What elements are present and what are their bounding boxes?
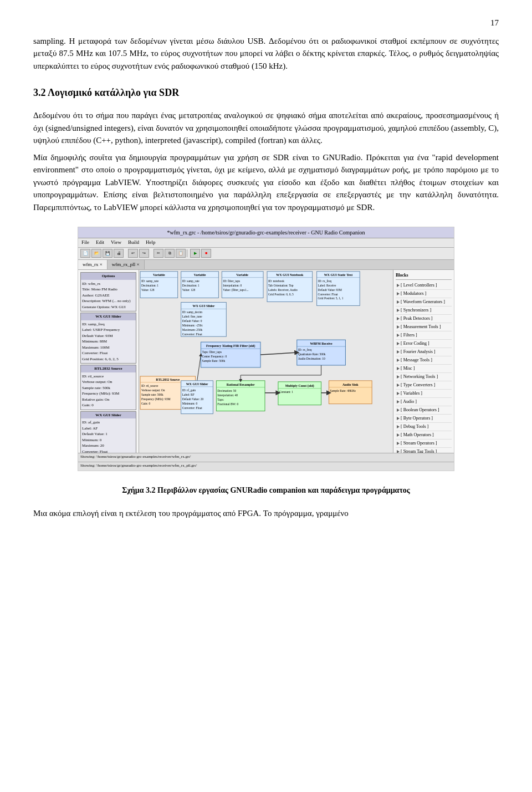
figure-tabs: wfm_rx × wfm_rx_pll × — [78, 260, 454, 270]
figure-main: Options ID: wfm_rx Title: Mono FM Radio … — [78, 270, 454, 453]
menu-view[interactable]: View — [111, 239, 121, 247]
slider-af: WX GUI Slider ID: af_gain Label: AF Defa… — [80, 411, 136, 453]
rtl-title: RTL2832 Source — [81, 365, 136, 372]
svg-text:Variable: Variable — [194, 273, 206, 277]
toolbar-btn-save[interactable]: 💾 — [103, 249, 112, 258]
block-modulators[interactable]: [ Modulators ] — [396, 290, 452, 298]
toolbar-btn-stop[interactable]: ■ — [201, 249, 211, 258]
block-waveform-gen[interactable]: [ Waveform Generators ] — [396, 298, 452, 306]
menu-build[interactable]: Build — [128, 239, 139, 247]
svg-text:Decimation: 1: Decimation: 1 — [141, 284, 158, 287]
block-synchronizers[interactable]: [ Synchronizers ] — [396, 306, 452, 315]
status-bar-2: Showing: '/home/tsiros/gr/gnuradio-grc-e… — [78, 462, 454, 471]
block-byte[interactable]: [ Byte Operators ] — [396, 415, 452, 423]
block-fourier[interactable]: [ Fourier Analysis ] — [396, 348, 452, 356]
svg-text:Value: 128: Value: 128 — [182, 288, 196, 292]
toolbar-btn-run[interactable]: ▶ — [190, 249, 200, 258]
menu-edit[interactable]: Edit — [96, 239, 104, 247]
block-level-controllers[interactable]: [ Level Controllers ] — [396, 282, 452, 290]
svg-text:Label: fine_tune: Label: fine_tune — [182, 315, 203, 318]
toolbar-btn-cut[interactable]: ✂ — [154, 249, 163, 258]
figure-center: Variable ID: samp_rate Decimation: 1 Val… — [139, 270, 393, 453]
svg-text:Audio Decimation: 10: Audio Decimation: 10 — [298, 357, 325, 360]
svg-text:Converter: Float: Converter: Float — [318, 293, 338, 296]
slider-samp-freq-title: WX GUI Slider — [81, 313, 136, 320]
figure-title-bar: *wfm_rx.grc - /home/tsiros/gr/gnuradio-g… — [78, 227, 454, 238]
tab-wfm-rx[interactable]: wfm_rx × — [78, 260, 108, 270]
svg-text:ID: rf_gain: ID: rf_gain — [182, 389, 196, 392]
svg-text:WX GUI Notebook: WX GUI Notebook — [276, 273, 304, 277]
svg-text:Labels: Receiver, Audio: Labels: Receiver, Audio — [268, 288, 298, 292]
svg-line-54 — [260, 352, 297, 355]
block-message[interactable]: [ Message Tools ] — [396, 356, 452, 365]
svg-text:Taps: filter_taps: Taps: filter_taps — [202, 350, 222, 354]
figure-caption: Σχήμα 3.2 Περιβάλλον εργασίας GNURadio c… — [72, 484, 460, 496]
toolbar-btn-paste[interactable]: 📋 — [176, 249, 186, 258]
toolbar-btn-copy[interactable]: ⧉ — [165, 249, 175, 258]
block-error-coding[interactable]: [ Error Coding ] — [396, 340, 452, 348]
svg-text:Converter: Float: Converter: Float — [182, 406, 202, 410]
svg-text:ID: samp_decim: ID: samp_decim — [182, 310, 203, 314]
figure-right-panel: Blocks [ Level Controllers ] [ Modulator… — [393, 270, 454, 453]
block-stream[interactable]: [ Stream Operators ] — [396, 440, 452, 448]
svg-text:Taps:: Taps: — [217, 398, 224, 401]
figure-caption-text: Σχήμα 3.2 Περιβάλλον εργασίας GNURadio c… — [122, 486, 410, 494]
block-audio[interactable]: [ Audio ] — [396, 398, 452, 406]
block-math[interactable]: [ Math Operators ] — [396, 431, 452, 440]
slider-id: ID: samp_freq — [82, 321, 135, 328]
block-boolean[interactable]: [ Boolean Operators ] — [396, 406, 452, 415]
blocks-list: [ Level Controllers ] [ Modulators ] [ W… — [396, 282, 452, 453]
block-debug[interactable]: [ Debug Tools ] — [396, 423, 452, 431]
svg-text:Interpolation: 48: Interpolation: 48 — [217, 394, 238, 397]
slider-samp-freq: WX GUI Slider ID: samp_freq Label: USRP … — [80, 313, 136, 364]
section-heading: 3.2 Λογισμικό κατάλληλο για SDR — [33, 85, 499, 100]
svg-text:Maximum: 250k: Maximum: 250k — [182, 328, 203, 331]
svg-text:ID: rx_freq: ID: rx_freq — [298, 348, 312, 351]
svg-text:Grid Position: 5, 1, 1: Grid Position: 5, 1, 1 — [318, 297, 344, 300]
block-misc[interactable]: [ Misc ] — [396, 365, 452, 373]
slider-converter: Converter: Float — [82, 350, 135, 356]
svg-text:Multiply Const (old): Multiply Const (old) — [285, 384, 314, 388]
options-title-field: Title: Mono FM Radio — [82, 287, 135, 293]
svg-text:Fractional BW: 0: Fractional BW: 0 — [217, 402, 238, 406]
toolbar-btn-new[interactable]: 📄 — [80, 249, 90, 258]
svg-text:WX GUI Slider: WX GUI Slider — [186, 382, 208, 386]
menu-file[interactable]: File — [81, 239, 89, 247]
paragraph-3: Μία δημοφιλής σουΐτα για δημιουργία προγ… — [33, 151, 499, 214]
svg-text:Value: (filter_taps1...: Value: (filter_taps1... — [223, 288, 248, 292]
menu-help[interactable]: Help — [146, 239, 156, 247]
svg-text:Quadrature Rate: 500k: Quadrature Rate: 500k — [298, 352, 326, 356]
svg-text:Decimation: 50: Decimation: 50 — [217, 389, 236, 392]
svg-text:Default Value: 93M: Default Value: 93M — [318, 288, 342, 292]
rtl-block: RTL2832 Source ID: rtl_source Verbose ou… — [80, 365, 136, 410]
paragraph-1: sampling. Η μεταφορά των δεδομένων γίνετ… — [33, 35, 499, 73]
toolbar-btn-undo[interactable]: ↩ — [128, 249, 138, 258]
block-measurement[interactable]: [ Measurement Tools ] — [396, 323, 452, 331]
figure-left-panel: Options ID: wfm_rx Title: Mono FM Radio … — [78, 270, 139, 453]
figure-toolbar: 📄 📂 💾 🖨 ↩ ↪ ✂ ⧉ 📋 ▶ ■ — [78, 248, 454, 260]
block-networking[interactable]: [ Networking Tools ] — [396, 373, 452, 381]
toolbar-btn-open[interactable]: 📂 — [91, 249, 101, 258]
block-filters[interactable]: [ Filters ] — [396, 331, 452, 340]
block-peak-detectors[interactable]: [ Peak Detectors ] — [396, 315, 452, 323]
tab-wfm-rx-pll[interactable]: wfm_rx_pll × — [108, 260, 145, 270]
svg-text:Default Value: 0: Default Value: 0 — [182, 319, 202, 323]
svg-text:Sample Rate: 500k: Sample Rate: 500k — [202, 359, 226, 362]
options-author: Author: G2SAEE — [82, 293, 135, 299]
toolbar-btn-print[interactable]: 🖨 — [114, 249, 124, 258]
options-id: ID: wfm_rx — [82, 281, 135, 287]
slider-label: Label: USRP Frequency — [82, 327, 135, 333]
toolbar-btn-redo[interactable]: ↪ — [139, 249, 149, 258]
svg-text:Label: RF: Label: RF — [182, 393, 195, 396]
slider-default: Default Value: 93M — [82, 333, 135, 339]
block-type-converters[interactable]: [ Type Converters ] — [396, 381, 452, 390]
svg-text:ID: rtl_source: ID: rtl_source — [141, 384, 158, 387]
figure-menu-bar: File Edit View Build Help — [78, 238, 454, 248]
block-variables[interactable]: [ Variables ] — [396, 390, 452, 398]
svg-text:ID: filter_taps: ID: filter_taps — [223, 279, 240, 283]
svg-text:Variable: Variable — [236, 273, 248, 277]
svg-text:Verbose output: On: Verbose output: On — [141, 389, 165, 392]
figure-container: *wfm_rx.grc - /home/tsiros/gr/gnuradio-g… — [72, 227, 460, 496]
block-stream-tag[interactable]: [ Stream Tag Tools ] — [396, 448, 452, 453]
flowchart-svg: Variable ID: samp_rate Decimation: 1 Val… — [139, 270, 393, 453]
